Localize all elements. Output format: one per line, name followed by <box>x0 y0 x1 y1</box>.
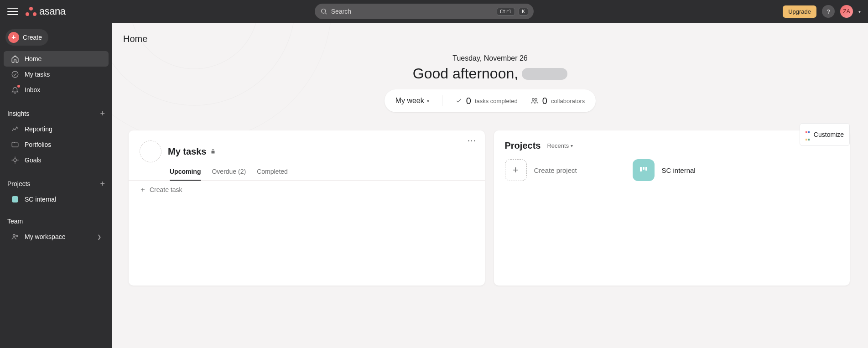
project-board-icon <box>633 159 655 181</box>
bell-icon <box>11 86 19 94</box>
help-button[interactable]: ? <box>822 5 835 18</box>
sidebar-item-label: Home <box>25 55 42 62</box>
sidebar-item-label: Portfolios <box>25 141 51 148</box>
search-placeholder: Search <box>331 8 493 15</box>
page-title: Home <box>112 23 868 48</box>
search-icon <box>320 8 327 15</box>
sidebar-item-label: SC internal <box>25 196 56 203</box>
recents-label: Recents <box>547 142 569 149</box>
chart-icon <box>11 125 19 133</box>
greeting-name-placeholder <box>522 68 567 80</box>
hero: Tuesday, November 26 Good afternoon, My … <box>112 48 868 117</box>
sidebar-item-workspace[interactable]: My workspace ❯ <box>4 229 109 244</box>
project-color-icon <box>11 195 19 203</box>
card-more-button[interactable]: ··· <box>468 137 476 145</box>
topbar: asana Search Ctrl K Upgrade ? ZA ▾ <box>0 0 868 23</box>
sidebar-item-reporting[interactable]: Reporting <box>4 121 109 137</box>
people-icon <box>530 97 539 105</box>
search-input[interactable]: Search Ctrl K <box>315 4 534 19</box>
logo-text: asana <box>39 5 65 17</box>
tab-upcoming[interactable]: Upcoming <box>170 168 201 181</box>
section-title: Team <box>7 218 23 225</box>
greeting-text: Good afternoon, <box>413 65 518 82</box>
sidebar-item-label: Goals <box>25 156 42 164</box>
add-project-button[interactable]: + <box>100 179 105 189</box>
collab-label: collaborators <box>551 98 585 104</box>
project-tile[interactable]: SC internal <box>633 159 742 181</box>
create-label: Create <box>23 34 42 41</box>
my-week-label: My week <box>395 97 424 105</box>
current-date: Tuesday, November 26 <box>112 54 868 62</box>
divider <box>442 95 442 106</box>
sidebar-item-label: Inbox <box>25 86 40 93</box>
stats-pill: My week ▾ 0 tasks completed 0 colla <box>385 89 596 112</box>
plus-icon: + <box>8 32 19 43</box>
svg-rect-10 <box>640 167 642 171</box>
create-project-label: Create project <box>534 166 577 174</box>
project-name: SC internal <box>662 166 696 174</box>
profile-placeholder-icon[interactable] <box>140 140 161 162</box>
recents-dropdown[interactable]: Recents ▾ <box>547 142 573 149</box>
sidebar-item-portfolios[interactable]: Portfolios <box>4 137 109 152</box>
sidebar-section-insights: Insights + <box>0 106 112 121</box>
svg-line-1 <box>325 13 327 14</box>
tasks-completed-stat: 0 tasks completed <box>455 96 518 106</box>
svg-point-4 <box>13 234 16 237</box>
my-week-dropdown[interactable]: My week ▾ <box>395 97 429 105</box>
sidebar-item-label: Reporting <box>25 125 52 133</box>
svg-point-6 <box>532 99 535 101</box>
my-tasks-card: ··· My tasks Upcoming Overdue (2) Comple… <box>129 130 485 286</box>
notification-dot <box>17 85 20 88</box>
projects-card: ··· Projects Recents ▾ + Create project <box>494 130 850 286</box>
add-insight-button[interactable]: + <box>100 109 105 119</box>
create-project-tile[interactable]: + Create project <box>505 159 614 181</box>
customize-label: Customize <box>814 131 844 138</box>
collaborators-stat: 0 collaborators <box>530 96 585 106</box>
menu-toggle-button[interactable] <box>7 6 18 17</box>
svg-rect-11 <box>643 167 645 170</box>
lock-icon <box>210 149 216 154</box>
svg-rect-12 <box>645 167 647 171</box>
create-task-label: Create task <box>150 186 182 193</box>
sidebar: + Create Home My tasks Inbox Insights + <box>0 23 112 348</box>
section-title: Insights <box>7 110 29 117</box>
team-icon <box>11 233 19 241</box>
tasks-count: 0 <box>466 96 471 106</box>
svg-point-0 <box>321 9 325 13</box>
sidebar-section-projects: Projects + <box>0 176 112 192</box>
create-button[interactable]: + Create <box>5 29 48 46</box>
sidebar-item-home[interactable]: Home <box>4 51 109 67</box>
sidebar-item-project[interactable]: SC internal <box>4 192 109 207</box>
sidebar-item-inbox[interactable]: Inbox <box>4 82 109 98</box>
folder-icon <box>11 140 19 149</box>
create-task-button[interactable]: Create task <box>129 181 485 199</box>
svg-point-5 <box>16 235 18 237</box>
sidebar-item-goals[interactable]: Goals <box>4 152 109 168</box>
section-title: Projects <box>7 180 31 187</box>
check-icon <box>455 97 463 104</box>
chevron-down-icon: ▾ <box>427 99 429 104</box>
chevron-down-icon[interactable]: ▾ <box>858 9 861 14</box>
plus-icon <box>140 187 146 193</box>
tasks-label: tasks completed <box>475 98 518 104</box>
avatar[interactable]: ZA <box>840 5 853 18</box>
logo[interactable]: asana <box>26 5 65 17</box>
sidebar-item-label: My workspace <box>25 233 65 240</box>
collab-count: 0 <box>542 96 547 106</box>
tab-overdue[interactable]: Overdue (2) <box>212 168 246 180</box>
svg-point-7 <box>535 99 537 101</box>
sidebar-item-label: My tasks <box>25 71 50 78</box>
chevron-right-icon: ❯ <box>97 234 101 240</box>
tab-completed[interactable]: Completed <box>257 168 288 180</box>
my-tasks-title: My tasks <box>168 146 207 157</box>
svg-point-3 <box>14 159 16 161</box>
asana-logo-icon <box>26 6 36 17</box>
projects-title: Projects <box>505 140 541 151</box>
sidebar-item-my-tasks[interactable]: My tasks <box>4 67 109 82</box>
kbd-ctrl: Ctrl <box>497 8 515 16</box>
svg-point-2 <box>12 71 18 78</box>
upgrade-button[interactable]: Upgrade <box>783 5 816 18</box>
kbd-k: K <box>519 8 528 16</box>
chevron-down-icon: ▾ <box>571 143 573 148</box>
customize-button[interactable]: Customize <box>800 123 850 146</box>
